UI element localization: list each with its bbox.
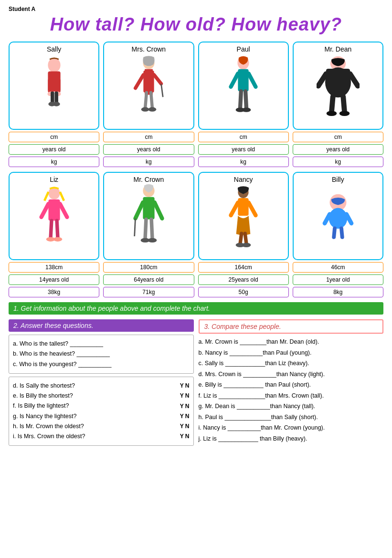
svg-line-49 (135, 202, 143, 219)
question-yn: h. Is Mr. Crown the oldest?Y N (13, 421, 190, 432)
question-yn: i. Is Mrs. Crown the oldest?Y N (13, 432, 190, 442)
character-box: Nancy (198, 172, 289, 260)
question-yn: d. Is Sally the shortest?Y N (13, 381, 190, 391)
svg-line-25 (245, 91, 246, 108)
character-name: Mr. Crown (133, 176, 164, 183)
character-card: Sally cmyears oldkg (9, 42, 99, 167)
character-card: Nancy 164cm25years old50g (198, 172, 289, 297)
character-figure (11, 55, 96, 117)
height-field: 180cm (103, 262, 194, 273)
svg-line-23 (249, 74, 256, 87)
question-text: g. Is Nancy the lightest? (13, 411, 178, 421)
section2: 2. Answer these questions. a. Who is the… (9, 319, 194, 449)
svg-point-9 (53, 102, 60, 106)
svg-line-13 (136, 75, 144, 88)
question-text: f. Is Billy the lightest? (13, 401, 178, 411)
character-box: Paul (198, 42, 289, 130)
character-card: Liz 138cm14years old38kg (9, 172, 99, 297)
age-field: years old (198, 144, 289, 155)
character-name: Liz (50, 176, 58, 183)
svg-line-31 (318, 74, 326, 86)
yn-options: Y N (180, 411, 190, 421)
height-field: cm (103, 132, 194, 142)
question-text: e. Is Billy the shortest? (13, 391, 178, 401)
comparison-item: i. Nancy is __________than Mr. Crown (yo… (199, 422, 384, 433)
weight-field: kg (9, 157, 99, 167)
svg-point-18 (148, 107, 156, 112)
svg-rect-12 (143, 71, 154, 93)
height-field: 138cm (9, 262, 99, 273)
svg-line-60 (240, 233, 242, 243)
svg-line-34 (343, 97, 345, 112)
character-box: Billy (293, 172, 383, 260)
character-box: Mrs. Crown (103, 42, 194, 130)
question-text: h. Is Mr. Crown the oldest? (13, 421, 178, 432)
character-card: Billy 46cm1year old8kg (293, 172, 383, 297)
comparison-item: e. Billy is ____________ than Paul (shor… (199, 379, 384, 390)
yn-options: Y N (180, 432, 190, 441)
weight-field: kg (103, 157, 194, 167)
svg-point-36 (339, 111, 350, 116)
comparison-item: c. Sally is ____________than Liz (heavy)… (199, 358, 384, 369)
question-text: d. Is Sally the shortest? (13, 381, 178, 391)
svg-line-43 (51, 221, 52, 237)
character-card: Mr. Crown 180cm64years old71kg (103, 172, 194, 297)
character-box: Sally (9, 42, 99, 130)
weight-field: 71kg (103, 287, 194, 297)
question-text: i. Is Mrs. Crown the oldest? (13, 432, 178, 442)
comparison-item: a. Mr. Crown is ________than Mr. Dean (o… (199, 337, 384, 347)
weight-field: 50g (198, 287, 289, 297)
yn-options: Y N (180, 421, 190, 431)
character-name: Mr. Dean (324, 45, 351, 53)
question-abc: c. Who is the youngest? __________ (13, 359, 190, 369)
height-field: cm (198, 132, 289, 142)
student-label: Student A (9, 6, 383, 12)
question-abc: a. Who is the tallest? __________ (13, 339, 190, 349)
character-figure (296, 185, 381, 247)
character-name: Sally (47, 45, 61, 53)
svg-line-22 (231, 74, 238, 87)
svg-point-65 (329, 208, 348, 229)
age-field: 1year old (293, 274, 383, 285)
character-box: Liz (9, 172, 99, 260)
question-yn: g. Is Nancy the lightest?Y N (13, 411, 190, 421)
svg-rect-30 (326, 69, 350, 84)
yn-options: Y N (180, 381, 190, 390)
svg-line-51 (145, 220, 146, 239)
yn-options: Y N (180, 391, 190, 400)
character-name: Nancy (234, 176, 253, 183)
section3: 3. Compare these people. a. Mr. Crown is… (199, 319, 384, 449)
svg-line-41 (41, 204, 48, 217)
svg-line-61 (245, 233, 246, 243)
svg-line-50 (155, 202, 162, 219)
svg-point-27 (242, 108, 251, 112)
svg-line-15 (145, 93, 147, 108)
svg-point-0 (48, 58, 60, 72)
character-box: Mr. Crown (103, 172, 194, 260)
age-field: 64years old (103, 274, 194, 285)
height-field: 164cm (198, 262, 289, 273)
character-card: Mrs. Crown cmyears oldkg (103, 42, 194, 167)
character-card: Mr. Dean cmyears oldkg (293, 42, 383, 167)
section3-header: 3. Compare these people. (199, 319, 384, 334)
section2-header: 2. Answer these questions. (9, 319, 194, 332)
svg-rect-3 (55, 78, 60, 93)
height-field: cm (293, 132, 383, 142)
weight-field: 38kg (9, 287, 99, 297)
svg-line-55 (135, 219, 136, 236)
svg-line-67 (346, 214, 351, 223)
svg-line-69 (341, 228, 342, 237)
svg-line-38 (44, 192, 48, 201)
character-figure (201, 55, 286, 117)
yn-options: Y N (180, 401, 190, 411)
svg-line-14 (154, 75, 161, 84)
characters-row1: Sally cmyears oldkgMrs. Crown cmyears (9, 42, 383, 167)
height-field: cm (9, 132, 99, 142)
svg-line-42 (60, 204, 67, 217)
comparison-item: g. Mr. Dean is __________than Nancy (tal… (199, 401, 384, 412)
comparison-item: f. Liz is ______________than Mrs. Crown … (199, 390, 384, 401)
characters-row2: Liz 138cm14years old38kgMr. Crown 180cm6… (9, 172, 383, 297)
section1-label: 1. Get information about the people abov… (9, 302, 383, 315)
comparison-item: d. Mrs. Crown is __________than Nancy (l… (199, 369, 384, 380)
question-abc: b. Who is the heaviest? __________ (13, 349, 190, 359)
